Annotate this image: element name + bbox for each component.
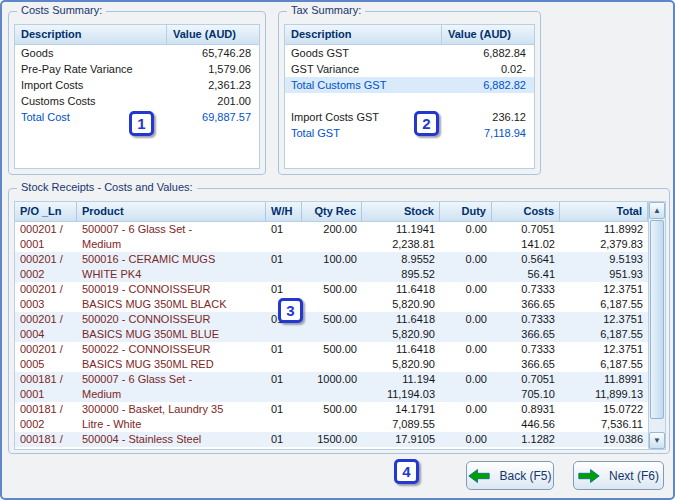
- stock-cell: 100.00: [302, 252, 362, 267]
- summary-row-value: 6,882.82: [442, 77, 534, 93]
- summary-row: Total Customs GST6,882.82: [285, 77, 534, 93]
- stock-row[interactable]: 000201 /500016 - CERAMIC MUGS01100.008.9…: [15, 252, 648, 267]
- stock-cell: [440, 357, 492, 372]
- summary-row-label: Total Customs GST: [285, 77, 442, 93]
- stock-cell: 500022 - CONNOISSEUR: [77, 342, 266, 357]
- scrollbar-thumb[interactable]: [650, 220, 664, 419]
- stock-cell: [440, 267, 492, 282]
- stock-row[interactable]: 0003BASICS MUG 350ML BLACK5,820.90366.65…: [15, 297, 648, 312]
- stock-cell: 8.9552: [362, 252, 440, 267]
- stock-row[interactable]: 000181 /300000 - Basket, Laundry 3501500…: [15, 402, 648, 417]
- stock-cell: 0.7333: [492, 312, 560, 327]
- stock-row[interactable]: 0002Litre - White7,089.55446.567,536.11: [15, 417, 648, 432]
- summary-row-label: Customs Costs: [15, 93, 167, 109]
- stock-cell: [266, 417, 302, 432]
- stock-cell: 0.00: [440, 282, 492, 297]
- column-header-description: Description: [15, 25, 167, 44]
- stock-cell: 500019 - CONNOISSEUR: [77, 282, 266, 297]
- stock-receipts-title: Stock Receipts - Costs and Values:: [17, 181, 197, 193]
- summary-row: Import Costs GST236.12: [285, 109, 534, 125]
- stock-row[interactable]: 0001Medium11,194.03705.1011,899.13: [15, 387, 648, 402]
- stock-cell: 1000.00: [302, 372, 362, 387]
- stock-cell: [440, 237, 492, 252]
- stock-cell: 6,187.55: [560, 327, 648, 342]
- stock-cell: 5,820.90: [362, 357, 440, 372]
- back-button[interactable]: Back (F5): [466, 461, 554, 490]
- stock-cell: 000201 /: [15, 252, 77, 267]
- stock-cell: Medium: [77, 237, 266, 252]
- stock-row[interactable]: 000201 /500022 - CONNOISSEUR01500.0011.6…: [15, 342, 648, 357]
- stock-row[interactable]: 000181 /500004 - Stainless Steel011500.0…: [15, 432, 648, 447]
- stock-row[interactable]: 0004BASICS MUG 350ML BLUE5,820.90366.656…: [15, 327, 648, 342]
- stock-cell: 0.5641: [492, 252, 560, 267]
- summary-row-value: 236.12: [442, 109, 534, 125]
- stock-cell: 0.00: [440, 342, 492, 357]
- back-button-label: Back (F5): [499, 469, 551, 483]
- costs-summary-title: Costs Summary:: [17, 4, 106, 16]
- stock-cell: 12.3751: [560, 282, 648, 297]
- stock-cell: 19.0386: [560, 432, 648, 447]
- scroll-up-icon[interactable]: ▲: [649, 202, 665, 219]
- stock-cell: 000201 /: [15, 312, 77, 327]
- stock-cell: 1500.00: [302, 432, 362, 447]
- scroll-down-icon[interactable]: ▼: [649, 432, 665, 449]
- stock-cell: [302, 297, 362, 312]
- stock-cell: 0.7333: [492, 342, 560, 357]
- column-header-description: Description: [285, 25, 442, 44]
- stock-row[interactable]: 000201 /500020 - CONNOISSEUR01500.0011.6…: [15, 312, 648, 327]
- back-arrow-icon: [468, 469, 490, 483]
- callout-badge-1: 1: [129, 111, 154, 136]
- vertical-scrollbar[interactable]: ▲ ▼: [648, 202, 665, 449]
- stock-cell: 01: [266, 282, 302, 297]
- stock-cell: 500.00: [302, 282, 362, 297]
- summary-row-value: 65,746.28: [167, 45, 259, 61]
- stock-cell: [440, 297, 492, 312]
- stock-cell: 500007 - 6 Glass Set -: [77, 372, 266, 387]
- next-button[interactable]: Next (F6): [573, 461, 664, 490]
- summary-row-label: Pre-Pay Rate Variance: [15, 61, 167, 77]
- column-header-stock: Stock: [362, 202, 440, 221]
- summary-row: Customs Costs201.00: [15, 93, 259, 109]
- stock-cell: [440, 417, 492, 432]
- stock-cell: 0002: [15, 417, 77, 432]
- stock-cell: [440, 387, 492, 402]
- stock-cell: 9.5193: [560, 252, 648, 267]
- stock-row[interactable]: 0005BASICS MUG 350ML RED5,820.90366.656,…: [15, 357, 648, 372]
- stock-cell: 446.56: [492, 417, 560, 432]
- stock-cell: 5,820.90: [362, 297, 440, 312]
- costs-summary-groupbox: Costs Summary: Description Value (AUD) G…: [8, 11, 266, 175]
- stock-row[interactable]: 000201 /500007 - 6 Glass Set -01200.0011…: [15, 222, 648, 237]
- stock-row[interactable]: 000181 /500007 - 6 Glass Set -011000.001…: [15, 372, 648, 387]
- costing-summary-window: Costs Summary: Description Value (AUD) G…: [0, 0, 675, 500]
- costs-summary-table: Description Value (AUD) Goods65,746.28Pr…: [14, 24, 260, 169]
- stock-cell: [266, 237, 302, 252]
- stock-cell: 01: [266, 402, 302, 417]
- stock-cell: 2,238.81: [362, 237, 440, 252]
- stock-cell: 500.00: [302, 312, 362, 327]
- stock-cell: 5,820.90: [362, 327, 440, 342]
- stock-cell: 0001: [15, 237, 77, 252]
- stock-cell: 0004: [15, 327, 77, 342]
- summary-row: Goods GST6,882.84: [285, 45, 534, 61]
- stock-receipts-groupbox: Stock Receipts - Costs and Values: P/O _…: [8, 188, 670, 454]
- column-header-value-aud: Value (AUD): [442, 25, 534, 44]
- stock-row[interactable]: 0001Medium2,238.81141.022,379.83: [15, 237, 648, 252]
- stock-cell: 000181 /: [15, 402, 77, 417]
- stock-cell: [440, 327, 492, 342]
- costs-summary-header: Description Value (AUD): [15, 25, 259, 45]
- column-header-w-h: W/H: [266, 202, 302, 221]
- stock-cell: 15.0722: [560, 402, 648, 417]
- stock-cell: 366.65: [492, 297, 560, 312]
- column-header-p-o-ln: P/O _Ln: [15, 202, 77, 221]
- summary-row-value: 201.00: [167, 93, 259, 109]
- stock-cell: 6,187.55: [560, 297, 648, 312]
- stock-row[interactable]: 0002WHITE PK4895.5256.41951.93: [15, 267, 648, 282]
- stock-cell: Litre - White: [77, 417, 266, 432]
- stock-cell: 000201 /: [15, 222, 77, 237]
- stock-cell: 141.02: [492, 237, 560, 252]
- stock-cell: 500004 - Stainless Steel: [77, 432, 266, 447]
- stock-cell: 200.00: [302, 222, 362, 237]
- stock-cell: 11.6418: [362, 342, 440, 357]
- stock-row[interactable]: 000201 /500019 - CONNOISSEUR01500.0011.6…: [15, 282, 648, 297]
- summary-row: Import Costs2,361.23: [15, 77, 259, 93]
